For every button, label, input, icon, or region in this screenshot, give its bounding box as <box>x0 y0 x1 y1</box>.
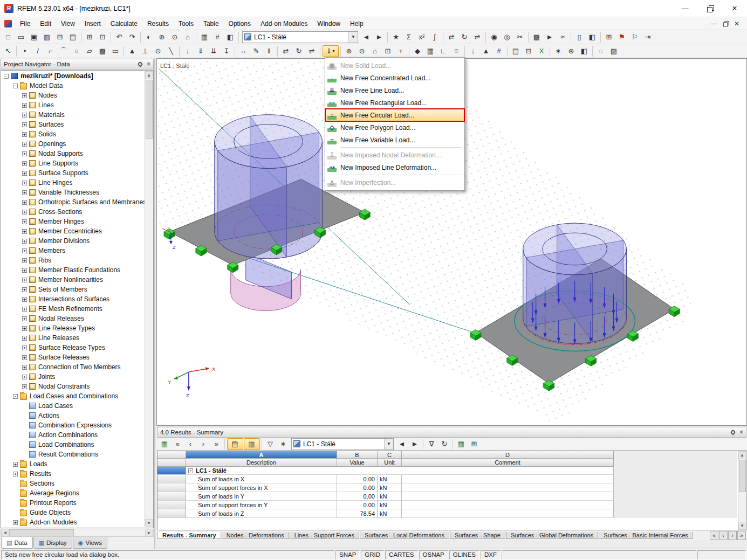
tree-item-result-combinations[interactable]: Result Combinations <box>2 450 145 459</box>
column-letter-a[interactable]: A <box>186 451 337 459</box>
new-line-icon[interactable]: / <box>32 45 44 57</box>
scroll-up-icon[interactable]: ▲ <box>738 451 746 459</box>
expand-icon[interactable]: + <box>22 365 27 370</box>
tree-item-nodes[interactable]: +Nodes <box>2 91 145 100</box>
expand-icon[interactable]: + <box>22 248 27 253</box>
navigator-close-icon[interactable]: × <box>147 61 150 67</box>
tree-item-surface-releases[interactable]: +Surface Releases <box>2 352 145 362</box>
show-numbering-icon[interactable]: # <box>211 31 224 43</box>
scroll-up-icon[interactable]: ▲ <box>145 71 153 79</box>
previous-result-case-icon[interactable]: ◄ <box>396 438 408 450</box>
dimension-icon[interactable]: ↔ <box>237 45 250 57</box>
mirror-objects-icon[interactable]: ⇌ <box>306 45 318 57</box>
show-all-results-icon[interactable]: ▤ <box>227 438 243 450</box>
table-settings-icon[interactable]: ∗ <box>277 438 290 450</box>
expand-icon[interactable]: + <box>22 181 27 185</box>
expand-icon[interactable]: + <box>22 93 27 98</box>
collapse-icon[interactable]: - <box>13 84 18 88</box>
table-vertical-scrollbar[interactable]: ▲ ▼ <box>738 451 746 530</box>
toggle-supports-display-icon[interactable]: ▲ <box>480 45 492 57</box>
tree-item-results[interactable]: +Results <box>2 469 145 479</box>
table-row[interactable]: Sum of support forces in X0.00kN <box>157 483 737 492</box>
expand-icon[interactable]: + <box>22 113 27 117</box>
partial-views-icon[interactable]: ◎ <box>501 31 513 43</box>
expand-icon[interactable]: + <box>22 307 27 312</box>
results-close-icon[interactable]: × <box>739 429 743 435</box>
new-file-icon[interactable]: □ <box>2 31 15 43</box>
module-favorites-icon[interactable]: ∗ <box>552 45 565 57</box>
toggle-glines[interactable]: GLINES <box>449 550 479 559</box>
table-filter-icon[interactable]: ▽ <box>264 438 277 450</box>
expand-icon[interactable]: + <box>13 462 18 467</box>
tree-item-guide-objects[interactable]: Guide Objects <box>2 508 145 517</box>
expand-icon[interactable]: + <box>22 132 27 137</box>
tree-item-sections[interactable]: Sections <box>2 479 145 488</box>
row-header-selected[interactable] <box>157 467 186 475</box>
expand-icon[interactable]: + <box>22 122 27 127</box>
new-member-icon[interactable]: ╲ <box>165 45 177 57</box>
column-letter-c[interactable]: C <box>378 451 402 459</box>
menu-edit[interactable]: Edit <box>35 18 56 30</box>
tree-item-printout-reports[interactable]: Printout Reports <box>2 498 145 508</box>
redo-icon[interactable]: ↷ <box>126 31 139 43</box>
mirror-icon[interactable]: ⇌ <box>471 31 484 43</box>
tab-display[interactable]: ▦Display <box>33 537 72 549</box>
display-load-graphics-icon[interactable]: ★ <box>390 31 402 43</box>
scroll-thumb-horizontal[interactable] <box>9 529 74 536</box>
expand-icon[interactable]: + <box>22 316 27 321</box>
pan-tool-icon[interactable]: + <box>395 45 407 57</box>
results-pin-icon[interactable] <box>730 429 736 435</box>
tab-views[interactable]: ◉Views <box>73 537 107 549</box>
column-header-unit[interactable]: Unit <box>378 459 402 467</box>
expand-icon[interactable]: + <box>22 336 27 341</box>
tree-item-sets-of-members[interactable]: +Sets of Members <box>2 285 145 294</box>
display-colors-icon[interactable]: ◧ <box>586 31 599 43</box>
render-mode-icon[interactable]: ◐ <box>143 31 155 43</box>
tree-item-variable-thicknesses[interactable]: +Variable Thicknesses <box>2 188 145 197</box>
expand-icon[interactable]: + <box>22 229 27 234</box>
tree-item-lines[interactable]: +Lines <box>2 100 145 110</box>
menu-window[interactable]: Window <box>312 18 345 30</box>
expand-icon[interactable]: + <box>22 287 27 292</box>
first-tab-button[interactable]: « <box>710 531 718 540</box>
tree-item-load-cases[interactable]: Load Cases <box>2 401 145 411</box>
tree-item-combination-expressions[interactable]: Combination Expressions <box>2 420 145 430</box>
scroll-left-icon[interactable]: ◄ <box>1 529 9 537</box>
row-header[interactable] <box>157 475 186 483</box>
menu-item-new-imposed-line-deformation[interactable]: ↝New Imposed Line Deformation... <box>325 161 464 174</box>
expand-icon[interactable]: + <box>22 375 27 379</box>
new-opening-icon[interactable]: ▭ <box>109 45 122 57</box>
paste-icon[interactable]: ⊡ <box>97 31 109 43</box>
tree-item-load-combinations[interactable]: Load Combinations <box>2 440 145 450</box>
next-result-case-icon[interactable]: ► <box>409 438 421 450</box>
next-tab-button[interactable]: › <box>728 531 737 540</box>
show-filtered-results-icon[interactable]: ▥ <box>244 438 260 450</box>
tree-item-line-release-types[interactable]: +Line Release Types <box>2 323 145 333</box>
expand-icon[interactable]: + <box>22 355 27 360</box>
tree-horizontal-scrollbar[interactable]: ◄ ► <box>1 529 154 537</box>
settings-icon[interactable]: ⊛ <box>565 45 578 57</box>
minimize-button[interactable]: — <box>673 0 697 17</box>
snap-ortho-icon[interactable]: ∟ <box>437 45 450 57</box>
export-to-excel-icon[interactable]: ▦ <box>455 438 468 450</box>
expand-icon[interactable]: + <box>22 190 27 195</box>
nodal-support-icon[interactable]: ▲ <box>126 45 139 57</box>
start-calculation-icon[interactable]: ► <box>544 31 556 43</box>
select-pointer-icon[interactable]: ↖ <box>2 45 15 57</box>
tree-item-action-combinations[interactable]: Action Combinations <box>2 430 145 440</box>
tree-item-fe-mesh-refinements[interactable]: +FE Mesh Refinements <box>2 304 145 314</box>
mdi-restore-button[interactable] <box>723 21 728 26</box>
expand-icon[interactable]: + <box>22 258 27 263</box>
tree-item-member-elastic-foundations[interactable]: +Member Elastic Foundations <box>2 265 145 275</box>
expand-icon[interactable]: + <box>22 219 27 224</box>
menu-calculate[interactable]: Calculate <box>106 18 142 30</box>
expand-icon[interactable]: + <box>22 171 27 176</box>
work-plane-icon[interactable]: ◧ <box>224 31 237 43</box>
tree-item-members[interactable]: +Members <box>2 246 145 255</box>
table-row[interactable]: Sum of loads in Y0.00kN <box>157 492 737 501</box>
menu-add-on-modules[interactable]: Add-on Modules <box>256 18 312 30</box>
line-hinge-icon[interactable]: ⊙ <box>152 45 165 57</box>
tree-item-member-nonlinearities[interactable]: +Member Nonlinearities <box>2 275 145 285</box>
member-load-icon[interactable]: ⇓ <box>195 45 207 57</box>
expand-icon[interactable]: + <box>22 142 27 147</box>
